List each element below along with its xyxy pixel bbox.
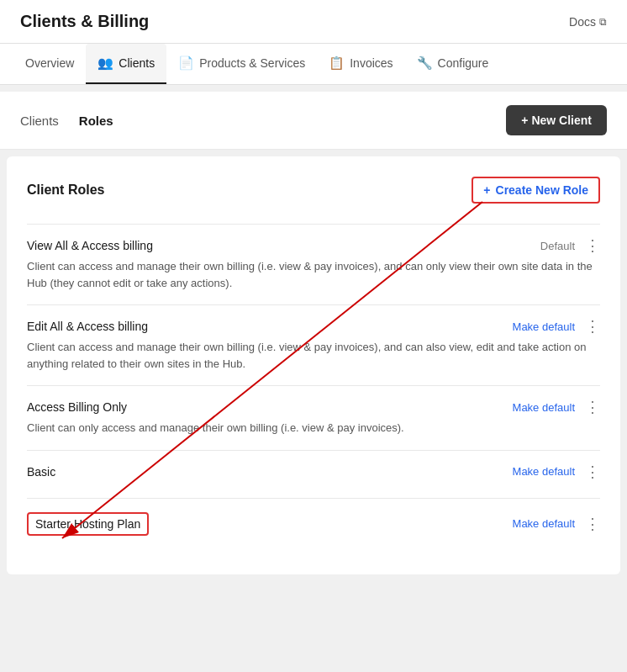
products-icon: 📄 [178, 56, 194, 71]
role-item-billing-only: Access Billing Only Make default ⋮ Clien… [27, 385, 600, 450]
page-header: Clients & Billing Docs ⧉ [0, 0, 627, 44]
roles-list: View All & Access billing Default ⋮ Clie… [27, 224, 600, 554]
configure-icon: 🔧 [417, 56, 433, 71]
docs-label: Docs [569, 15, 596, 29]
nav-tabs: Overview 👥 Clients 📄 Products & Services… [0, 44, 627, 85]
role-menu-icon-billing[interactable]: ⋮ [585, 399, 600, 415]
tab-configure[interactable]: 🔧 Configure [405, 44, 501, 84]
role-actions: Default ⋮ [540, 238, 600, 253]
role-item-header-starter: Starter Hosting Plan Make default ⋮ [27, 512, 600, 536]
role-item-edit-all: Edit All & Access billing Make default ⋮… [27, 304, 600, 385]
role-actions-billing: Make default ⋮ [513, 399, 600, 415]
role-default-badge: Default [540, 240, 575, 252]
create-new-role-button[interactable]: + Create New Role [472, 177, 600, 204]
role-item-starter: Starter Hosting Plan Make default ⋮ [27, 498, 600, 554]
sub-nav-links: Clients Roles [20, 114, 113, 128]
role-desc-edit-all: Client can access and manage their own b… [27, 339, 600, 372]
role-item-header-edit: Edit All & Access billing Make default ⋮ [27, 319, 600, 334]
role-make-default-edit[interactable]: Make default [513, 320, 575, 333]
role-item-basic: Basic Make default ⋮ [27, 450, 600, 498]
role-name-billing-only: Access Billing Only [27, 400, 127, 414]
docs-link[interactable]: Docs ⧉ [569, 15, 607, 29]
tab-products[interactable]: 📄 Products & Services [166, 44, 317, 84]
role-item-header-billing: Access Billing Only Make default ⋮ [27, 399, 600, 415]
role-menu-icon-starter[interactable]: ⋮ [585, 516, 600, 532]
section-header: Client Roles + Create New Role [27, 177, 600, 204]
role-menu-icon-basic[interactable]: ⋮ [585, 464, 600, 479]
sub-nav-clients[interactable]: Clients [20, 114, 59, 128]
tab-invoices[interactable]: 📋 Invoices [317, 44, 404, 84]
role-menu-icon-edit[interactable]: ⋮ [585, 319, 600, 334]
tab-products-label: Products & Services [199, 56, 305, 70]
role-actions-edit: Make default ⋮ [513, 319, 600, 334]
role-actions-basic: Make default ⋮ [513, 464, 600, 479]
role-desc-billing-only: Client can only access and manage their … [27, 420, 600, 437]
create-role-plus: + [483, 183, 490, 197]
role-actions-starter: Make default ⋮ [513, 516, 600, 532]
tab-overview[interactable]: Overview [13, 45, 86, 83]
tab-clients-label: Clients [119, 56, 155, 70]
clients-icon: 👥 [97, 56, 113, 71]
role-desc-view-all: Client can access and manage their own b… [27, 258, 600, 291]
role-make-default-billing[interactable]: Make default [513, 401, 575, 414]
sub-nav-roles[interactable]: Roles [79, 114, 113, 128]
role-menu-icon[interactable]: ⋮ [585, 238, 600, 253]
new-client-button[interactable]: + New Client [506, 105, 607, 135]
role-name-basic: Basic [27, 465, 55, 479]
page-title: Clients & Billing [20, 12, 149, 31]
role-name-starter: Starter Hosting Plan [27, 512, 149, 536]
tab-configure-label: Configure [438, 56, 489, 70]
role-make-default-starter[interactable]: Make default [513, 517, 575, 530]
role-item-header-basic: Basic Make default ⋮ [27, 464, 600, 479]
role-item-header: View All & Access billing Default ⋮ [27, 238, 600, 253]
role-name-edit-all: Edit All & Access billing [27, 320, 148, 333]
main-content: Client Roles + Create New Role View All … [7, 156, 620, 574]
external-link-icon: ⧉ [599, 16, 607, 28]
role-item-view-all: View All & Access billing Default ⋮ Clie… [27, 224, 600, 304]
tab-overview-label: Overview [25, 56, 74, 70]
tab-invoices-label: Invoices [350, 56, 393, 70]
tab-clients[interactable]: 👥 Clients [86, 44, 166, 84]
section-title: Client Roles [27, 183, 104, 198]
create-role-label: Create New Role [496, 183, 588, 197]
sub-nav: Clients Roles + New Client [0, 92, 627, 150]
invoices-icon: 📋 [329, 56, 345, 71]
role-name-view-all: View All & Access billing [27, 239, 153, 252]
role-make-default-basic[interactable]: Make default [513, 465, 575, 478]
